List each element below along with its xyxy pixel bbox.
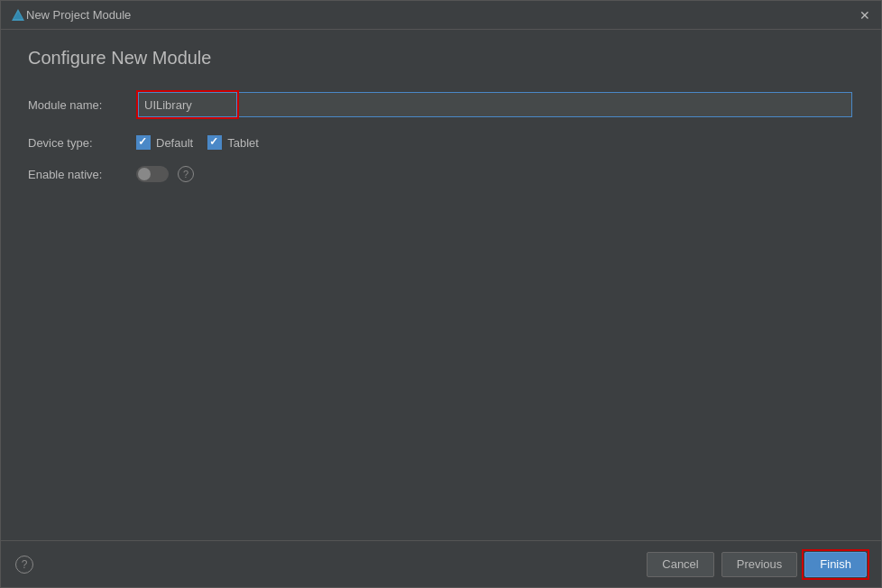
title-bar: New Project Module ✕ <box>1 1 881 30</box>
enable-native-row: Enable native: ? <box>28 166 854 182</box>
footer-left: ? <box>15 556 33 574</box>
title-bar-controls: ✕ <box>858 8 872 23</box>
module-name-highlight <box>136 90 239 119</box>
tablet-label: Tablet <box>227 136 259 150</box>
close-button[interactable]: ✕ <box>858 8 872 23</box>
device-type-row: Device type: Default Tablet <box>28 135 854 150</box>
enable-native-controls: ? <box>136 166 194 182</box>
module-name-label: Module name: <box>28 98 136 112</box>
footer-help-icon[interactable]: ? <box>15 556 33 574</box>
cancel-button[interactable]: Cancel <box>647 552 713 577</box>
module-name-row: Module name: <box>28 90 854 119</box>
window-title: New Project Module <box>26 8 858 22</box>
finish-button-wrapper: Finish <box>804 552 867 577</box>
page-title: Configure New Module <box>28 48 854 69</box>
device-type-label: Device type: <box>28 136 136 150</box>
close-icon: ✕ <box>859 8 870 23</box>
footer-question-mark: ? <box>22 558 28 571</box>
default-checkbox-item[interactable]: Default <box>136 135 193 150</box>
module-name-field-container <box>136 90 854 119</box>
footer-right: Cancel Previous Finish <box>647 552 867 577</box>
spacer <box>28 198 854 522</box>
previous-button[interactable]: Previous <box>721 552 798 577</box>
footer: ? Cancel Previous Finish <box>1 540 881 587</box>
main-content: Configure New Module Module name: Device… <box>1 30 881 540</box>
enable-native-toggle[interactable] <box>136 166 169 182</box>
module-name-rest-input[interactable] <box>239 92 852 117</box>
enable-native-help-icon[interactable]: ? <box>178 166 194 182</box>
enable-native-label: Enable native: <box>28 168 136 181</box>
default-checkbox[interactable] <box>136 135 151 150</box>
dialog-window: New Project Module ✕ Configure New Modul… <box>0 0 882 588</box>
tablet-checkbox[interactable] <box>207 135 222 150</box>
question-mark: ? <box>183 169 188 179</box>
default-label: Default <box>156 136 193 150</box>
toggle-knob <box>138 168 151 180</box>
app-icon <box>10 7 26 23</box>
finish-button[interactable]: Finish <box>804 552 867 577</box>
device-type-checkboxes: Default Tablet <box>136 135 259 150</box>
tablet-checkbox-item[interactable]: Tablet <box>207 135 259 150</box>
module-name-input[interactable] <box>138 92 237 117</box>
